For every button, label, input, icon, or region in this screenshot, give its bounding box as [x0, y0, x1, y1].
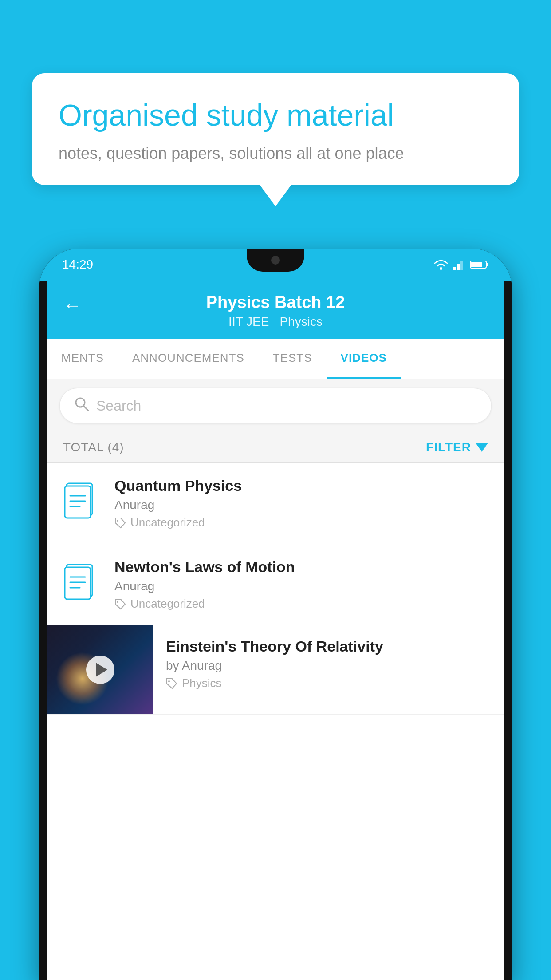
- video-title: Quantum Physics: [114, 477, 488, 494]
- svg-rect-1: [453, 267, 456, 270]
- tab-tests[interactable]: TESTS: [259, 339, 327, 379]
- svg-line-8: [83, 406, 88, 411]
- status-time: 14:29: [62, 257, 93, 272]
- svg-rect-3: [460, 261, 463, 270]
- phone-screen: ← Physics Batch 12 IIT JEE Physics MENTS…: [47, 281, 504, 980]
- status-icons: [433, 259, 489, 270]
- svg-rect-5: [471, 262, 482, 267]
- video-title: Newton's Laws of Motion: [114, 558, 488, 576]
- tabs-bar: MENTS ANNOUNCEMENTS TESTS VIDEOS: [47, 339, 504, 379]
- video-author: Anurag: [114, 579, 488, 593]
- tab-ments[interactable]: MENTS: [47, 339, 118, 379]
- video-file-icon: [63, 560, 102, 606]
- video-tag: Uncategorized: [114, 516, 488, 530]
- search-bar[interactable]: Search: [59, 388, 492, 423]
- status-bar: 14:29: [39, 249, 512, 281]
- search-container: Search: [47, 379, 504, 432]
- list-item[interactable]: Quantum Physics Anurag Uncategorized: [47, 463, 504, 544]
- tag-label: Uncategorized: [130, 597, 205, 611]
- tab-videos[interactable]: VIDEOS: [327, 339, 401, 379]
- video-author: Anurag: [114, 498, 488, 512]
- video-thumbnail: [47, 625, 153, 714]
- total-count: TOTAL (4): [63, 440, 124, 454]
- video-author: by Anurag: [166, 659, 492, 673]
- battery-icon: [470, 260, 489, 269]
- tag-icon: [166, 678, 177, 689]
- video-tag: Physics: [166, 676, 492, 690]
- bubble-subtitle: notes, question papers, solutions all at…: [59, 144, 492, 163]
- video-list: Quantum Physics Anurag Uncategorized: [47, 463, 504, 715]
- svg-point-0: [440, 267, 442, 270]
- bubble-title: Organised study material: [59, 97, 492, 134]
- search-icon: [74, 396, 89, 415]
- notch: [247, 249, 304, 272]
- list-item[interactable]: Newton's Laws of Motion Anurag Uncategor…: [47, 544, 504, 625]
- speech-bubble: Organised study material notes, question…: [32, 73, 519, 185]
- svg-point-21: [168, 680, 170, 682]
- subtitle-left: IIT JEE: [228, 315, 269, 329]
- list-item[interactable]: Einstein's Theory Of Relativity by Anura…: [47, 625, 504, 715]
- video-tag: Uncategorized: [114, 597, 488, 611]
- svg-rect-6: [487, 263, 488, 266]
- svg-rect-16: [65, 567, 91, 599]
- camera-dot: [271, 256, 280, 265]
- svg-rect-2: [457, 264, 460, 270]
- filter-row: TOTAL (4) FILTER: [47, 432, 504, 463]
- video-info: Quantum Physics Anurag Uncategorized: [114, 477, 488, 530]
- signal-icon: [453, 259, 466, 270]
- back-button[interactable]: ←: [63, 295, 82, 316]
- video-info: Newton's Laws of Motion Anurag Uncategor…: [114, 558, 488, 611]
- svg-point-14: [117, 520, 118, 522]
- svg-point-20: [117, 601, 118, 603]
- search-placeholder: Search: [96, 398, 141, 414]
- subtitle-right: Physics: [279, 315, 322, 329]
- video-file-icon: [63, 479, 102, 525]
- wifi-icon: [433, 259, 449, 270]
- tag-label: Uncategorized: [130, 516, 205, 530]
- filter-icon: [476, 443, 488, 452]
- app-title: Physics Batch 12: [206, 293, 345, 312]
- app-header: ← Physics Batch 12 IIT JEE Physics: [47, 281, 504, 339]
- filter-button[interactable]: FILTER: [426, 440, 488, 454]
- tag-icon: [114, 517, 126, 529]
- play-icon: [96, 663, 107, 677]
- video-info: Einstein's Theory Of Relativity by Anura…: [153, 625, 504, 703]
- play-button[interactable]: [86, 656, 114, 684]
- phone-frame: 14:29: [39, 249, 512, 980]
- app-subtitle: IIT JEE Physics: [228, 315, 323, 329]
- tag-label: Physics: [182, 676, 222, 690]
- svg-rect-10: [65, 486, 91, 518]
- tab-announcements[interactable]: ANNOUNCEMENTS: [118, 339, 259, 379]
- video-title: Einstein's Theory Of Relativity: [166, 638, 492, 655]
- tag-icon: [114, 598, 126, 610]
- filter-label: FILTER: [426, 440, 471, 454]
